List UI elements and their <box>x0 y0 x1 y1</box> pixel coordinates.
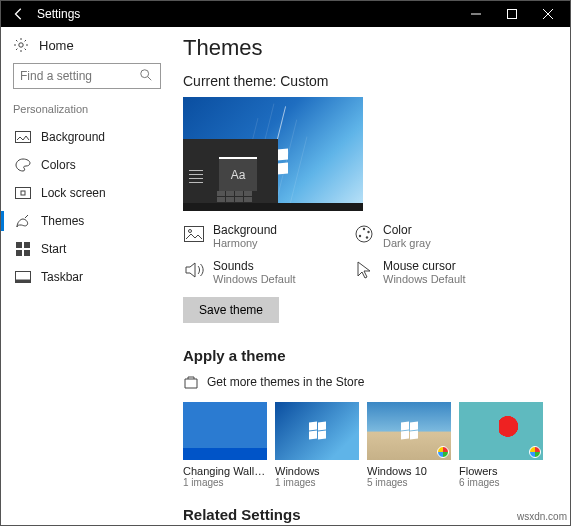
svg-point-17 <box>366 236 368 238</box>
theme-card-windows-10[interactable]: Windows 10 5 images <box>367 402 451 488</box>
minimize-icon <box>471 9 481 19</box>
svg-point-18 <box>359 235 361 237</box>
search-icon <box>139 68 153 82</box>
current-theme-label: Current theme: Custom <box>183 73 554 89</box>
gear-icon <box>13 37 29 53</box>
prop-value: Harmony <box>213 237 277 249</box>
theme-name: Windows <box>275 465 359 477</box>
cursor-icon <box>353 259 375 281</box>
search-box[interactable] <box>13 63 161 89</box>
prop-sounds[interactable]: SoundsWindows Default <box>183 259 353 285</box>
svg-point-2 <box>141 70 149 78</box>
close-button[interactable] <box>530 1 566 27</box>
sidebar: Home Personalization Background Colors L… <box>1 27 173 525</box>
theme-name: Changing Wallpaper <box>183 465 267 477</box>
store-link[interactable]: Get more themes in the Store <box>183 374 554 390</box>
svg-rect-9 <box>24 250 30 256</box>
page-title: Themes <box>183 35 554 61</box>
maximize-icon <box>507 9 517 19</box>
minimize-button[interactable] <box>458 1 494 27</box>
sidebar-item-label: Start <box>41 242 66 256</box>
svg-point-13 <box>189 230 192 233</box>
start-icon <box>15 242 31 256</box>
theme-preview[interactable]: Aa <box>183 97 363 211</box>
sound-icon <box>183 259 205 281</box>
multi-image-badge-icon <box>529 446 541 458</box>
svg-rect-6 <box>16 242 22 248</box>
window-body: Home Personalization Background Colors L… <box>1 27 570 525</box>
sidebar-item-background[interactable]: Background <box>13 123 161 151</box>
related-settings-heading: Related Settings <box>183 506 554 523</box>
image-icon <box>183 223 205 245</box>
theme-thumbnail <box>275 402 359 460</box>
theme-thumbnail <box>459 402 543 460</box>
maximize-button[interactable] <box>494 1 530 27</box>
sidebar-item-label: Themes <box>41 214 84 228</box>
window-title: Settings <box>37 7 458 21</box>
sidebar-item-taskbar[interactable]: Taskbar <box>13 263 161 291</box>
theme-card-flowers[interactable]: Flowers 6 images <box>459 402 543 488</box>
prop-value: Windows Default <box>383 273 466 285</box>
sidebar-item-lock-screen[interactable]: Lock screen <box>13 179 161 207</box>
save-theme-button[interactable]: Save theme <box>183 297 279 323</box>
svg-rect-11 <box>16 280 31 283</box>
palette-icon <box>15 158 31 172</box>
image-icon <box>15 131 31 143</box>
sidebar-item-label: Lock screen <box>41 186 106 200</box>
svg-rect-3 <box>16 132 31 143</box>
sidebar-section-label: Personalization <box>13 103 161 115</box>
multi-image-badge-icon <box>437 446 449 458</box>
sidebar-item-label: Taskbar <box>41 270 83 284</box>
home-button[interactable]: Home <box>13 37 161 53</box>
home-label: Home <box>39 38 74 53</box>
sidebar-item-start[interactable]: Start <box>13 235 161 263</box>
svg-rect-8 <box>16 250 22 256</box>
preview-taskbar <box>183 203 363 211</box>
svg-rect-5 <box>21 191 25 195</box>
prop-label: Background <box>213 223 277 237</box>
svg-rect-7 <box>24 242 30 248</box>
preview-aa-tile: Aa <box>219 157 257 191</box>
prop-background[interactable]: BackgroundHarmony <box>183 223 353 249</box>
prop-color[interactable]: ColorDark gray <box>353 223 523 249</box>
watermark: wsxdn.com <box>517 511 567 522</box>
preview-start-panel: Aa <box>183 139 278 211</box>
sidebar-item-colors[interactable]: Colors <box>13 151 161 179</box>
sidebar-item-label: Colors <box>41 158 76 172</box>
theme-card-windows[interactable]: Windows 1 images <box>275 402 359 488</box>
theme-subtitle: 1 images <box>183 477 267 488</box>
svg-rect-12 <box>185 227 204 242</box>
theme-card-changing-wallpaper[interactable]: Changing Wallpaper 1 images <box>183 402 267 488</box>
sidebar-item-label: Background <box>41 130 105 144</box>
prop-label: Sounds <box>213 259 296 273</box>
store-icon <box>183 374 199 390</box>
prop-mouse-cursor[interactable]: Mouse cursorWindows Default <box>353 259 523 285</box>
svg-rect-4 <box>16 188 31 199</box>
prop-value: Windows Default <box>213 273 296 285</box>
theme-thumbnail <box>367 402 451 460</box>
svg-point-16 <box>367 231 369 233</box>
svg-point-1 <box>19 43 23 47</box>
apply-theme-heading: Apply a theme <box>183 347 554 364</box>
themes-list: Changing Wallpaper 1 images Windows 1 im… <box>183 402 554 488</box>
titlebar: Settings <box>1 1 570 27</box>
prop-label: Mouse cursor <box>383 259 466 273</box>
sidebar-item-themes[interactable]: Themes <box>13 207 161 235</box>
theme-properties: BackgroundHarmony ColorDark gray SoundsW… <box>183 223 554 285</box>
theme-thumbnail <box>183 402 267 460</box>
store-link-label: Get more themes in the Store <box>207 375 364 389</box>
settings-window: Settings Home Personalizatio <box>0 0 571 526</box>
color-icon <box>353 223 375 245</box>
lock-screen-icon <box>15 187 31 199</box>
prop-value: Dark gray <box>383 237 431 249</box>
theme-subtitle: 1 images <box>275 477 359 488</box>
taskbar-icon <box>15 271 31 283</box>
theme-name: Windows 10 <box>367 465 451 477</box>
prop-label: Color <box>383 223 431 237</box>
theme-name: Flowers <box>459 465 543 477</box>
content-area: Themes Current theme: Custom Aa Backgrou… <box>173 27 570 525</box>
themes-icon <box>15 214 31 228</box>
svg-point-15 <box>363 228 365 230</box>
back-button[interactable] <box>9 4 29 24</box>
svg-rect-0 <box>508 10 517 19</box>
